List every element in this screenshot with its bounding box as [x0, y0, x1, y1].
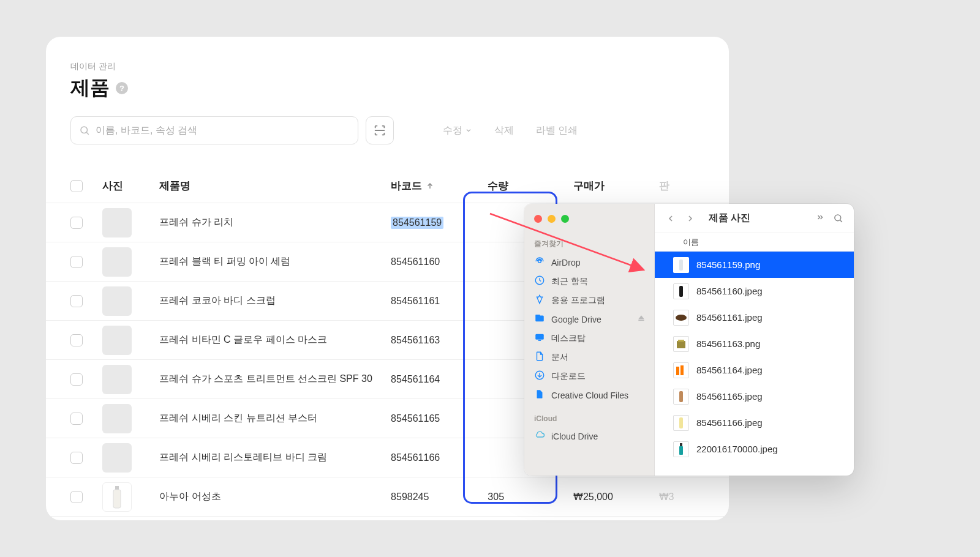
row-checkbox[interactable]: [70, 256, 83, 268]
file-thumb: [673, 257, 689, 273]
sidebar-item-label: Google Drive: [551, 315, 601, 324]
window-controls: [524, 212, 654, 235]
delete-button[interactable]: 삭제: [487, 119, 521, 142]
file-row[interactable]: 854561161.jpeg: [655, 304, 854, 331]
row-checkbox[interactable]: [70, 413, 83, 425]
download-icon: [534, 370, 545, 383]
sidebar-item-label: 최근 항목: [551, 276, 588, 287]
file-thumb: [673, 310, 689, 326]
file-row[interactable]: 854561164.jpeg: [655, 357, 854, 383]
product-thumb: [102, 247, 132, 277]
sidebar-item-label: AirDrop: [551, 258, 580, 267]
svg-rect-21: [678, 340, 684, 342]
print-label-button[interactable]: 라벨 인쇄: [529, 119, 585, 142]
sidebar-item-doc[interactable]: 문서: [524, 348, 654, 367]
row-checkbox[interactable]: [70, 334, 83, 346]
airdrop-icon: [534, 256, 545, 269]
file-name: 220016170000.jpeg: [696, 444, 778, 454]
sidebar-item-desktop[interactable]: 데스크탑: [524, 329, 654, 348]
col-photo[interactable]: 사진: [102, 179, 159, 193]
row-checkbox[interactable]: [70, 373, 83, 386]
svg-point-6: [538, 260, 541, 263]
file-row[interactable]: 220016170000.jpeg: [655, 436, 854, 462]
col-name[interactable]: 제품명: [159, 179, 391, 193]
product-thumb: [102, 208, 132, 237]
sort-asc-icon: [426, 182, 434, 190]
file-name: 854561166.jpeg: [696, 417, 763, 428]
sidebar-item-ccfiles[interactable]: Creative Cloud Files: [524, 386, 654, 405]
file-name: 854561160.jpeg: [696, 286, 763, 296]
col-qty[interactable]: 수량: [488, 179, 573, 193]
row-checkbox[interactable]: [70, 452, 83, 464]
product-barcode: 854561159: [391, 217, 488, 229]
finder-search-button[interactable]: [831, 211, 845, 226]
table-row[interactable]: 아누아 어성초8598245305₩25,000₩3: [46, 477, 729, 517]
svg-rect-23: [680, 365, 684, 375]
minimize-window-icon[interactable]: [548, 215, 556, 223]
product-name: 아누아 어성초: [159, 490, 391, 503]
sidebar-item-download[interactable]: 다운로드: [524, 367, 654, 386]
sidebar-item-label: 데스크탑: [551, 333, 586, 344]
row-checkbox[interactable]: [70, 217, 83, 229]
sidebar-item-airdrop[interactable]: AirDrop: [524, 253, 654, 272]
svg-rect-24: [679, 391, 683, 402]
file-thumb: [673, 415, 689, 431]
col-barcode[interactable]: 바코드: [391, 179, 488, 193]
product-qty: 305: [488, 492, 573, 503]
svg-rect-5: [113, 490, 121, 508]
eject-icon[interactable]: [637, 314, 646, 324]
edit-button[interactable]: 수정: [435, 119, 480, 142]
product-thumb: [102, 404, 132, 433]
product-thumb: [102, 286, 132, 316]
desktop-icon: [534, 332, 545, 345]
file-thumb: [673, 362, 689, 378]
help-icon[interactable]: ?: [116, 82, 128, 94]
file-thumb: [673, 441, 689, 457]
finder-column-name[interactable]: 이름: [655, 233, 854, 252]
file-thumb: [673, 283, 689, 299]
svg-rect-26: [679, 446, 683, 455]
svg-line-1: [86, 132, 88, 134]
product-barcode: 854561163: [391, 335, 488, 346]
file-row[interactable]: 854561160.jpeg: [655, 278, 854, 304]
product-barcode: 854561161: [391, 296, 488, 307]
row-checkbox[interactable]: [70, 491, 83, 503]
product-barcode: 854561160: [391, 256, 488, 267]
sidebar-item-apps[interactable]: 응용 프로그램: [524, 291, 654, 310]
nav-back-button[interactable]: [663, 211, 678, 226]
file-name: 854561161.jpeg: [696, 312, 763, 323]
file-row[interactable]: 854561166.jpeg: [655, 409, 854, 436]
file-row[interactable]: 854561163.png: [655, 331, 854, 357]
product-thumb: [102, 443, 132, 473]
product-barcode: 854561165: [391, 413, 488, 424]
barcode-scan-button[interactable]: [366, 116, 394, 144]
col-buy-price[interactable]: 구매가: [573, 179, 659, 193]
search-input[interactable]: [70, 116, 358, 144]
select-all-checkbox[interactable]: [70, 180, 83, 192]
sidebar-item-clock[interactable]: 최근 항목: [524, 272, 654, 291]
product-name: 프레쉬 시베리 스킨 뉴트리션 부스터: [159, 412, 391, 425]
svg-rect-22: [676, 367, 679, 375]
file-name: 854561165.jpeg: [696, 391, 763, 402]
row-checkbox[interactable]: [70, 295, 83, 307]
maximize-window-icon[interactable]: [561, 215, 569, 223]
favorites-section: 즐겨찾기: [524, 235, 654, 253]
close-window-icon[interactable]: [534, 215, 542, 223]
product-sell-price: ₩3: [659, 491, 704, 503]
svg-point-19: [676, 315, 687, 321]
sidebar-item-gdrive[interactable]: Google Drive: [524, 310, 654, 329]
finder-sidebar: 즐겨찾기 AirDrop최근 항목응용 프로그램Google Drive데스크탑…: [524, 204, 655, 476]
svg-point-15: [834, 215, 840, 221]
file-row[interactable]: 854561159.png: [655, 252, 854, 278]
file-row[interactable]: 854561165.jpeg: [655, 383, 854, 409]
toolbar-overflow-button[interactable]: [815, 213, 826, 224]
product-name: 프레쉬 슈가 스포츠 트리트먼트 선스크린 SPF 30: [159, 373, 391, 386]
nav-forward-button[interactable]: [683, 211, 698, 226]
product-name: 프레쉬 슈가 리치: [159, 216, 391, 229]
sidebar-item-label: 다운로드: [551, 371, 586, 382]
sidebar-item-icloud[interactable]: iCloud Drive: [524, 427, 654, 446]
col-sell-price[interactable]: 판: [659, 179, 704, 193]
product-barcode: 854561166: [391, 452, 488, 463]
page-title: 제품: [70, 75, 110, 102]
svg-rect-11: [535, 334, 544, 340]
